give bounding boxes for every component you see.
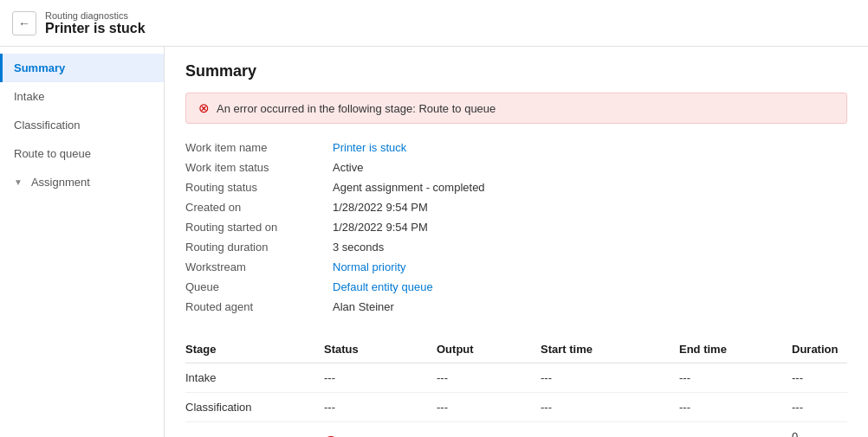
cell-status-classification: ---: [324, 393, 437, 422]
sidebar-label-route-to-queue: Route to queue: [14, 147, 91, 160]
main-layout: Summary Intake Classification Route to q…: [0, 47, 868, 437]
back-icon: ←: [18, 16, 30, 30]
cell-output-route-to-queue: ---: [437, 422, 541, 438]
header-title: Printer is stuck: [45, 21, 146, 36]
field-value-workstream[interactable]: Normal priority: [333, 260, 406, 273]
field-label-work-item-status: Work item status: [185, 161, 333, 174]
info-row-routed-agent: Routed agent Alan Steiner: [185, 297, 847, 317]
main-content: Summary ⊗ An error occurred in the follo…: [165, 47, 868, 437]
cell-end-intake: ---: [679, 363, 792, 393]
header-subtitle: Routing diagnostics: [45, 10, 146, 21]
col-header-end-time: End time: [679, 336, 792, 363]
col-header-stage: Stage: [185, 336, 324, 363]
col-header-status: Status: [324, 336, 437, 363]
field-value-work-item-name[interactable]: Printer is stuck: [333, 141, 406, 154]
error-banner-text: An error occurred in the following stage…: [217, 102, 496, 115]
cell-dur-classification: ---: [792, 393, 847, 422]
sidebar-label-intake: Intake: [14, 90, 44, 103]
field-label-routing-started: Routing started on: [185, 221, 333, 234]
header-text: Routing diagnostics Printer is stuck: [45, 10, 146, 36]
field-value-work-item-status: Active: [333, 161, 363, 174]
field-value-created-on: 1/28/2022 9:54 PM: [333, 201, 428, 214]
sidebar-item-intake[interactable]: Intake: [0, 82, 164, 111]
cell-dur-route-to-queue: 0 seconds: [792, 422, 847, 438]
field-label-routing-duration: Routing duration: [185, 241, 333, 254]
error-circle-icon: ⊗: [198, 100, 210, 116]
cell-output-classification: ---: [437, 393, 541, 422]
cell-start-route-to-queue: 1/28/2022 9:54 PM: [541, 422, 679, 438]
chevron-down-icon: ▼: [14, 177, 23, 187]
sidebar-item-route-to-queue[interactable]: Route to queue: [0, 139, 164, 168]
col-header-duration: Duration: [792, 336, 847, 363]
cell-end-route-to-queue: 1/28/2022 9:5...: [679, 422, 792, 438]
field-label-routed-agent: Routed agent: [185, 300, 333, 313]
field-label-created-on: Created on: [185, 201, 333, 214]
cell-stage-intake: Intake: [185, 363, 324, 393]
cell-stage-route-to-queue: Route to queue: [185, 422, 324, 438]
field-value-routed-agent: Alan Steiner: [333, 300, 394, 313]
cell-status-intake: ---: [324, 363, 437, 393]
table-row: Intake --- --- --- --- ---: [185, 363, 847, 393]
error-banner: ⊗ An error occurred in the following sta…: [185, 93, 847, 124]
info-row-routing-started: Routing started on 1/28/2022 9:54 PM: [185, 217, 847, 237]
cell-dur-intake: ---: [792, 363, 847, 393]
field-value-routing-status: Agent assignment - completed: [333, 181, 485, 194]
sidebar-label-classification: Classification: [14, 119, 81, 132]
info-row-queue: Queue Default entity queue: [185, 277, 847, 297]
sidebar-item-classification[interactable]: Classification: [0, 111, 164, 139]
field-value-routing-started: 1/28/2022 9:54 PM: [333, 221, 428, 234]
sidebar-item-assignment[interactable]: ▼ Assignment: [0, 168, 164, 196]
sidebar-label-summary: Summary: [14, 61, 65, 74]
info-row-work-item-status: Work item status Active: [185, 157, 847, 177]
diagnostics-table: Stage Status Output Start time End time …: [185, 336, 847, 437]
info-row-routing-status: Routing status Agent assignment - comple…: [185, 177, 847, 197]
cell-start-intake: ---: [541, 363, 679, 393]
field-label-routing-status: Routing status: [185, 181, 333, 194]
info-row-work-item-name: Work item name Printer is stuck: [185, 138, 847, 157]
field-label-queue: Queue: [185, 280, 333, 293]
field-label-workstream: Workstream: [185, 260, 333, 273]
field-value-routing-duration: 3 seconds: [333, 241, 384, 254]
field-label-work-item-name: Work item name: [185, 141, 333, 154]
cell-start-classification: ---: [541, 393, 679, 422]
table-row: Route to queue ✕ Error --- 1/28/2022 9:5…: [185, 422, 847, 438]
field-value-queue[interactable]: Default entity queue: [333, 280, 433, 293]
sidebar-label-assignment: Assignment: [31, 176, 90, 189]
col-header-start-time: Start time: [541, 336, 679, 363]
info-row-routing-duration: Routing duration 3 seconds: [185, 237, 847, 257]
table-row: Classification --- --- --- --- ---: [185, 393, 847, 422]
cell-output-intake: ---: [437, 363, 541, 393]
table-header-row: Stage Status Output Start time End time …: [185, 336, 847, 363]
cell-stage-classification: Classification: [185, 393, 324, 422]
page-title: Summary: [185, 62, 847, 80]
col-header-output: Output: [437, 336, 541, 363]
cell-end-classification: ---: [679, 393, 792, 422]
info-row-workstream: Workstream Normal priority: [185, 257, 847, 277]
back-button[interactable]: ←: [12, 11, 36, 35]
sidebar-item-summary[interactable]: Summary: [0, 54, 164, 82]
page-header: ← Routing diagnostics Printer is stuck: [0, 0, 868, 47]
info-grid: Work item name Printer is stuck Work ite…: [185, 138, 847, 317]
cell-status-route-to-queue: ✕ Error: [324, 422, 437, 438]
info-row-created-on: Created on 1/28/2022 9:54 PM: [185, 197, 847, 217]
sidebar: Summary Intake Classification Route to q…: [0, 47, 165, 437]
